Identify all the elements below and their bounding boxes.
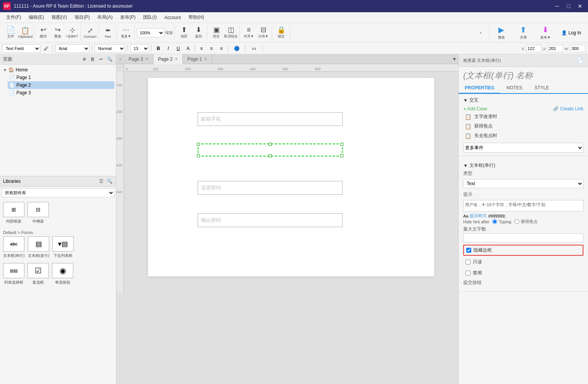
group-button[interactable]: ▣ 组合 — [209, 26, 223, 40]
lib-item-radio[interactable]: ◉ 单选按钮 — [52, 263, 73, 285]
menu-team[interactable]: 团队(I) — [140, 13, 159, 22]
align-center-button[interactable]: ≡ — [207, 44, 216, 53]
to-front-button[interactable]: ⬆ 顶层 — [177, 26, 191, 40]
lib-item-textfield-multi[interactable]: ▤ 文本框(多行) — [28, 236, 50, 258]
lib-item-repeater[interactable]: ⊟ 中继器 — [27, 202, 49, 224]
handle-bl[interactable] — [197, 154, 200, 157]
widget-email[interactable]: 邮箱手机 — [198, 112, 343, 126]
border-button[interactable]: ▭ — [248, 44, 260, 53]
align-right-button[interactable]: ≡ — [217, 44, 226, 53]
type-select[interactable]: Text Password Email Number Phone Number — [463, 179, 583, 188]
style-select[interactable]: Normal Bold Italic — [95, 44, 125, 53]
tab-page3-close[interactable]: ✕ — [145, 57, 148, 61]
more-events-select[interactable]: 更多事件 — [463, 143, 583, 153]
italic-button[interactable]: I — [164, 44, 172, 53]
close-button[interactable]: ✕ — [575, 2, 585, 10]
x-input[interactable] — [526, 45, 541, 52]
handle-tl[interactable] — [197, 143, 200, 146]
pages-search-icon[interactable]: 🔍 — [106, 56, 113, 63]
tab-more-button[interactable]: ▼ — [451, 54, 458, 64]
fill-color-button[interactable]: 🔵 — [230, 44, 243, 53]
menu-publish[interactable]: 发布(P) — [117, 13, 139, 22]
pages-delete-icon[interactable]: 🗑 — [89, 56, 96, 63]
font-color-button[interactable]: A — [184, 44, 192, 53]
readonly-checkbox[interactable] — [466, 260, 470, 265]
align-left-button[interactable]: ≡ — [197, 44, 206, 53]
select-button[interactable]: ⊹ └选择时┘ — [65, 26, 79, 40]
libraries-select[interactable]: 所有部件库 — [2, 188, 114, 197]
lib-item-inner-frame[interactable]: ⊞ 内部框架 — [3, 202, 24, 224]
menu-account[interactable]: Account — [161, 14, 184, 21]
more-button[interactable]: ⋯ 更多▼ — [119, 26, 133, 40]
w-input[interactable] — [570, 45, 586, 52]
event-focus-gain[interactable]: 📋 获得焦点 — [463, 122, 583, 130]
widget-type-select[interactable]: Text Field Button Label Checkbox Radio B… — [2, 44, 40, 53]
event-text-change[interactable]: 📋 文字改变时 — [463, 113, 583, 121]
lib-item-dropdown[interactable]: ▾▤ 下拉列表框 — [52, 236, 74, 258]
lock-button[interactable]: 🔒 锁定 — [274, 26, 288, 40]
add-case-button[interactable]: + Add Case — [463, 106, 487, 112]
hide-border-checkbox[interactable] — [466, 248, 471, 253]
canvas-scroll[interactable]: 0 100 200 300 400 500 600 100 200 300 40… — [116, 64, 458, 384]
tree-item-home[interactable]: ▼ 🏠 Home — [2, 66, 114, 74]
tab-page2-close[interactable]: ✕ — [175, 57, 178, 61]
size-select[interactable]: 13 8 10 12 14 18 24 36 — [130, 44, 149, 53]
clipboard-button[interactable]: 📋 Clipboard — [18, 26, 32, 40]
to-back-button[interactable]: ⬇ 返回 — [192, 26, 205, 40]
libraries-search-icon[interactable]: 🔍 — [106, 178, 113, 185]
widget-style-button[interactable]: 🖊 — [42, 44, 50, 53]
handle-bm[interactable] — [269, 154, 272, 157]
menu-edit[interactable]: 编辑(E) — [26, 13, 47, 22]
widget-password[interactable]: 设置密码 — [198, 181, 343, 195]
event-focus-lose[interactable]: 📋 失去焦点时 — [463, 132, 583, 140]
pen-button[interactable]: ✒ Pen — [101, 26, 115, 40]
align-button[interactable]: ≡ 对齐▼ — [242, 26, 256, 40]
hint-style-link[interactable]: 提示样式 — [470, 213, 487, 219]
disabled-checkbox[interactable] — [466, 271, 470, 276]
tree-item-page1[interactable]: 📄 Page 1 — [8, 74, 114, 81]
font-select[interactable]: Arial Times New Roman Helvetica — [55, 44, 90, 53]
handle-tr[interactable] — [340, 143, 343, 146]
redo-button[interactable]: ↪ 重做 — [51, 26, 64, 40]
lib-item-checkbox[interactable]: ☑ 复选框 — [27, 263, 49, 285]
distribute-button[interactable]: ⊟ 分布▼ — [256, 26, 270, 40]
tree-item-page2[interactable]: 📄 Page 2 — [8, 81, 114, 89]
lib-item-textfield-single[interactable]: abc 文本框(单行) — [3, 236, 25, 258]
focus-radio[interactable] — [514, 219, 519, 224]
tab-page2[interactable]: Page 2 ✕ — [153, 54, 183, 64]
tab-page1-close[interactable]: ✕ — [204, 57, 207, 61]
handle-tm[interactable] — [269, 143, 272, 146]
minimize-button[interactable]: ─ — [552, 2, 562, 10]
tab-notes[interactable]: NOTES — [500, 83, 528, 94]
share-button[interactable]: ⬆ 共享 — [514, 25, 533, 40]
menu-view[interactable]: 视图(V) — [48, 13, 70, 22]
pages-refresh-icon[interactable]: ↩ — [98, 56, 105, 63]
zoom-select[interactable]: 100% 50% 75% 150% 200% — [137, 28, 164, 37]
tab-arrow-left[interactable]: ‹ — [116, 54, 124, 64]
tree-item-page3[interactable]: 📄 Page 3 — [8, 89, 114, 97]
bold-button[interactable]: B — [154, 44, 163, 53]
inspector-new-icon[interactable]: 📄 — [577, 57, 583, 63]
tab-properties[interactable]: PROPERTIES — [459, 83, 500, 94]
pages-add-icon[interactable]: ⊕ — [81, 56, 88, 63]
menu-layout[interactable]: 布局(A) — [94, 13, 116, 22]
preview-button[interactable]: ▶ 预览 — [492, 25, 511, 40]
new-file-button[interactable]: 📄 文件 — [4, 26, 18, 40]
ungroup-button[interactable]: ◫ 取消组合 — [224, 26, 238, 40]
widget-selected-container[interactable] — [198, 144, 343, 157]
widget-confirm-password[interactable]: 确认密码 — [198, 213, 343, 227]
undo-button[interactable]: ↩ 撤消 — [36, 26, 50, 40]
handle-br[interactable] — [340, 154, 343, 157]
connect-button[interactable]: ⤢ Connect — [83, 26, 97, 40]
tab-style[interactable]: STYLE — [528, 83, 555, 94]
tab-page1[interactable]: Page 1 ✕ — [183, 54, 212, 64]
y-input[interactable] — [548, 45, 563, 52]
lib-item-listbox[interactable]: ▤▤ 列表选择框 — [3, 263, 24, 285]
menu-help[interactable]: 帮助(H) — [185, 13, 207, 22]
underline-button[interactable]: U — [174, 44, 182, 53]
canvas-page-area[interactable]: 邮箱手机 — [124, 72, 458, 293]
maximize-button[interactable]: □ — [564, 2, 574, 10]
menu-file[interactable]: 文件(F) — [3, 13, 24, 22]
tab-page3[interactable]: Page 3 ✕ — [124, 54, 153, 64]
publish-button[interactable]: ⬇ 发布▼ — [536, 25, 555, 40]
